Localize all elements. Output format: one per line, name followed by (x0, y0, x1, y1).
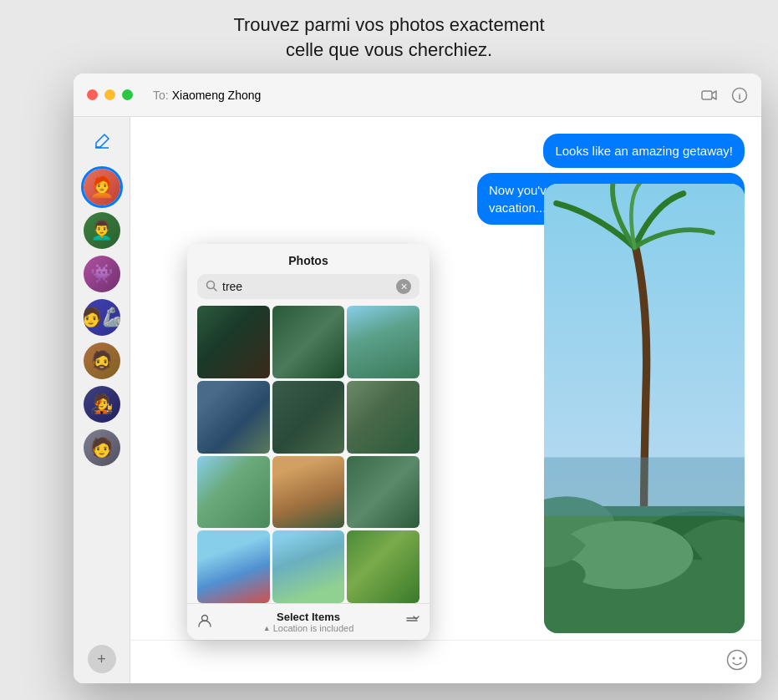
chat-image (544, 184, 745, 633)
photo-thumb-8[interactable] (272, 456, 345, 529)
photos-grid (187, 306, 430, 603)
tooltip-area: Trouvez parmi vos photos exactement cell… (0, 0, 778, 75)
location-icon: ▲ (263, 624, 271, 632)
photo-thumb-6[interactable] (347, 381, 420, 454)
tooltip-line2: celle que vous cherchiez. (286, 39, 492, 60)
avatar-active[interactable]: 🧑‍🦰 (84, 169, 120, 205)
footer-person-icon[interactable] (197, 613, 212, 632)
photo-thumb-5[interactable] (272, 381, 345, 454)
title-bar: To: Xiaomeng Zhong i (74, 74, 761, 117)
svg-text:i: i (738, 90, 740, 100)
traffic-lights (87, 89, 133, 100)
main-content: 🧑‍🦰 👨‍🦱 👾 🧑‍🦾 🧔 🧑‍🎤 🧑 + (74, 117, 761, 683)
photo-thumb-11[interactable] (272, 530, 345, 603)
photo-thumb-1[interactable] (197, 306, 270, 378)
video-call-icon[interactable] (701, 87, 718, 104)
search-clear-button[interactable]: ✕ (396, 279, 411, 294)
photos-popup: Photos tree ✕ (187, 244, 430, 640)
footer-center: Select Items ▲ Location is included (212, 611, 404, 633)
chat-bottom-bar (130, 640, 761, 683)
svg-rect-0 (702, 91, 712, 99)
avatar-contact-2[interactable]: 👾 (84, 256, 120, 292)
avatar-contact-6[interactable]: 🧑 (84, 429, 120, 466)
footer-subtitle: ▲ Location is included (212, 623, 404, 633)
photo-thumb-2[interactable] (272, 306, 345, 378)
photos-popup-footer: Select Items ▲ Location is included (187, 603, 430, 640)
photo-thumb-7[interactable] (197, 456, 270, 529)
sort-icon[interactable] (404, 613, 420, 632)
messages-window: To: Xiaomeng Zhong i (74, 74, 761, 683)
svg-rect-9 (544, 457, 745, 515)
avatar-contact-5[interactable]: 🧑‍🎤 (84, 386, 120, 423)
photo-thumb-9[interactable] (347, 456, 420, 529)
chat-area: Looks like an amazing getaway! Now you'v… (130, 117, 761, 683)
to-label: To: (153, 89, 169, 102)
sidebar: 🧑‍🦰 👨‍🦱 👾 🧑‍🦾 🧔 🧑‍🎤 🧑 + (74, 117, 130, 683)
avatar-contact-1[interactable]: 👨‍🦱 (84, 212, 120, 249)
avatar-contact-3[interactable]: 🧑‍🦾 (84, 299, 120, 336)
svg-point-12 (740, 657, 742, 659)
footer-subtitle-text: Location is included (273, 623, 354, 633)
emoji-button[interactable] (726, 649, 748, 676)
title-bar-actions: i (701, 87, 748, 104)
message-bubble-1: Looks like an amazing getaway! (543, 134, 745, 168)
add-contact-button[interactable]: + (88, 645, 116, 673)
photo-thumb-12[interactable] (347, 530, 420, 603)
svg-line-14 (214, 287, 217, 291)
compose-button[interactable] (88, 127, 116, 155)
tooltip-text: Trouvez parmi vos photos exactement cell… (233, 13, 544, 62)
photos-search-bar[interactable]: tree ✕ (197, 274, 420, 299)
footer-title: Select Items (212, 611, 404, 623)
recipient-name: Xiaomeng Zhong (172, 89, 262, 102)
info-icon[interactable]: i (731, 87, 748, 104)
tooltip-line1: Trouvez parmi vos photos exactement (233, 14, 544, 35)
svg-point-10 (728, 650, 747, 669)
chat-image-container (544, 184, 745, 633)
photo-thumb-4[interactable] (197, 381, 270, 454)
minimize-button[interactable] (104, 89, 115, 100)
photos-popup-title: Photos (187, 244, 430, 274)
search-input-value[interactable]: tree (222, 280, 396, 293)
photo-thumb-3[interactable] (347, 306, 420, 378)
close-button[interactable] (87, 89, 98, 100)
photo-thumb-10[interactable] (197, 530, 270, 603)
search-icon (206, 280, 217, 294)
svg-point-11 (733, 657, 735, 659)
avatar-contact-4[interactable]: 🧔 (84, 342, 120, 379)
maximize-button[interactable] (122, 89, 133, 100)
